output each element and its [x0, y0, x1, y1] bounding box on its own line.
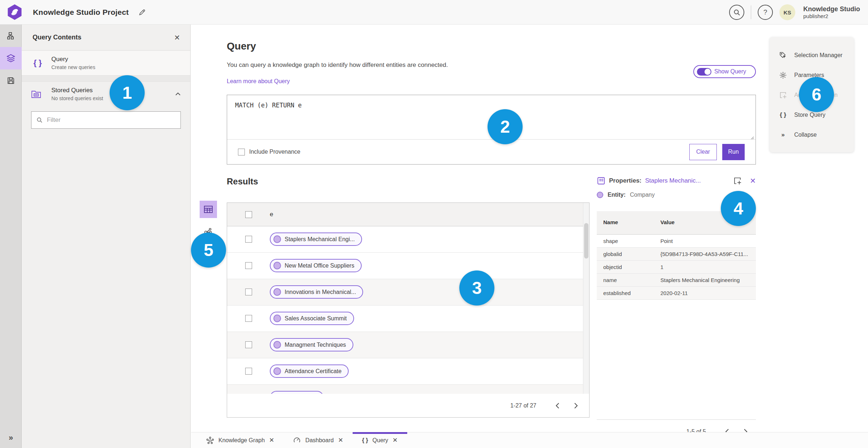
table-row[interactable]: Staplers Mechanical Engi...: [227, 226, 583, 252]
selection-manager-item[interactable]: Selection Manager: [770, 45, 854, 65]
table-row[interactable]: Sales Associate Summit: [227, 305, 583, 332]
toggle-knob: [705, 69, 711, 75]
close-tab-icon[interactable]: ✕: [269, 436, 274, 444]
property-row[interactable]: shapePoint: [597, 234, 756, 247]
selection-manager-label: Selection Manager: [794, 52, 842, 59]
query-item-label: Query: [51, 56, 95, 63]
chevron-left-icon: [555, 402, 559, 409]
table-row[interactable]: New Metal Office Suppliers: [227, 252, 583, 279]
tab-knowledge-graph[interactable]: Knowledge Graph ✕: [197, 432, 284, 448]
layers-icon: [6, 54, 16, 63]
annotation-badge-4: 4: [721, 191, 756, 226]
results-scrollbar[interactable]: [583, 203, 589, 394]
property-row[interactable]: nameStaplers Mechanical Engineering: [597, 273, 756, 286]
properties-col-name: Name: [597, 211, 654, 234]
row-checkbox[interactable]: [245, 289, 252, 295]
avatar[interactable]: KS: [779, 4, 795, 20]
row-checkbox[interactable]: [245, 236, 252, 243]
save-icon: [7, 76, 15, 85]
close-tab-icon[interactable]: ✕: [338, 436, 343, 444]
tab-dashboard[interactable]: Dashboard ✕: [284, 432, 353, 448]
hierarchy-icon: [7, 31, 15, 40]
query-description: You can query a knowledge graph to ident…: [227, 61, 448, 69]
row-checkbox[interactable]: [245, 315, 252, 322]
show-query-toggle[interactable]: Show Query: [693, 65, 756, 78]
topbar-actions: ? KS Knowledge Studio publisher2: [729, 0, 860, 25]
entity-pill[interactable]: New Metal Office Suppliers: [270, 259, 362, 272]
search-button[interactable]: [729, 5, 744, 20]
rail-item-layers[interactable]: [0, 47, 22, 69]
entity-pill-label: Managment Techniques: [285, 342, 346, 348]
entity-dot-icon: [273, 235, 281, 243]
entity-type-value: Company: [630, 192, 655, 198]
add-to-selection-icon[interactable]: [733, 176, 742, 185]
rail-item-hierarchy[interactable]: [0, 25, 22, 47]
close-properties-icon[interactable]: ✕: [750, 176, 756, 185]
edit-title-icon[interactable]: [138, 8, 146, 16]
expand-rail-button[interactable]: »: [0, 431, 22, 445]
collapse-item[interactable]: » Collapse: [770, 125, 854, 145]
query-item-sublabel: Create new queries: [51, 64, 95, 70]
close-tab-icon[interactable]: ✕: [392, 436, 397, 444]
include-provenance-checkbox[interactable]: [238, 149, 245, 155]
query-heading: Query: [227, 40, 256, 52]
chevron-right-icon: [574, 402, 578, 409]
search-icon: [733, 9, 740, 16]
user-block[interactable]: Knowledge Studio publisher2: [803, 5, 860, 19]
table-view-button[interactable]: [200, 201, 217, 218]
entity-pill-label: Staplers Mechanical Engi...: [285, 236, 355, 243]
rail-item-save[interactable]: [0, 69, 22, 92]
filter-input[interactable]: [47, 116, 175, 124]
stored-queries-folder-icon: [31, 89, 44, 99]
annotation-badge-3: 3: [459, 270, 494, 306]
row-checkbox[interactable]: [245, 262, 252, 269]
entity-pill[interactable]: Attendance Certificate: [270, 364, 349, 378]
row-checkbox[interactable]: [245, 368, 252, 375]
query-editor-footer: Include Provenance Clear Run: [227, 139, 756, 164]
next-page-button[interactable]: [568, 398, 584, 414]
left-icon-rail: »: [0, 25, 22, 448]
filter-field: [31, 111, 181, 129]
results-table-container: e Staplers Mechanical Engi... New Metal …: [227, 202, 590, 394]
entity-pill[interactable]: Managment Techniques: [270, 338, 353, 351]
entity-pill[interactable]: Staplers Mechanical Engi...: [270, 232, 362, 246]
app-logo-icon: [7, 4, 22, 20]
annotation-badge-5: 5: [191, 232, 226, 268]
show-query-label: Show Query: [714, 68, 746, 75]
property-row[interactable]: objectid1: [597, 260, 756, 273]
results-header-row: e: [227, 203, 583, 226]
run-button[interactable]: Run: [722, 144, 745, 160]
select-all-checkbox[interactable]: [245, 211, 252, 218]
prev-page-button[interactable]: [549, 398, 565, 414]
table-row[interactable]: Innovations in Mechanical...: [227, 279, 583, 305]
table-icon: [204, 205, 213, 214]
row-checkbox[interactable]: [245, 341, 252, 348]
table-row[interactable]: Attendance Certificate: [227, 358, 583, 384]
entity-pill-label: Attendance Certificate: [285, 368, 341, 375]
panel-title: Query Contents: [33, 34, 174, 41]
properties-entity-link[interactable]: Staplers Mechanic...: [645, 177, 701, 184]
help-icon: ?: [763, 8, 767, 16]
help-button[interactable]: ?: [758, 5, 773, 20]
knowledge-studio-app: Knowledge Studio Project ? KS Knowledge …: [0, 0, 868, 448]
query-contents-header: Query Contents ✕: [22, 25, 190, 51]
query-contents-item-query[interactable]: { } Query Create new queries: [22, 51, 190, 76]
collapse-section-icon[interactable]: [175, 92, 181, 96]
property-row[interactable]: globalid{5D9B4713-F98D-4A53-A59F-C11...: [597, 247, 756, 260]
learn-more-link[interactable]: Learn more about Query: [227, 78, 290, 85]
entity-pill[interactable]: Innovations in Mechanical...: [270, 285, 363, 299]
stored-queries-item[interactable]: Stored Queries No stored queries exist: [22, 82, 190, 106]
scrollbar-thumb[interactable]: [584, 223, 588, 259]
clear-button[interactable]: Clear: [689, 144, 717, 160]
table-row[interactable]: Firebird Title: [227, 384, 583, 394]
properties-doc-icon: [597, 176, 605, 185]
tab-label: Query: [373, 437, 388, 444]
close-panel-icon[interactable]: ✕: [174, 33, 180, 42]
table-row[interactable]: Managment Techniques: [227, 332, 583, 358]
collapse-icon: »: [778, 131, 788, 138]
property-row[interactable]: established2020-02-11: [597, 286, 756, 299]
user-role: publisher2: [803, 13, 860, 19]
entity-pill[interactable]: Sales Associate Summit: [270, 312, 354, 325]
tab-query[interactable]: { } Query ✕: [353, 432, 407, 448]
dashboard-icon: [293, 436, 301, 444]
